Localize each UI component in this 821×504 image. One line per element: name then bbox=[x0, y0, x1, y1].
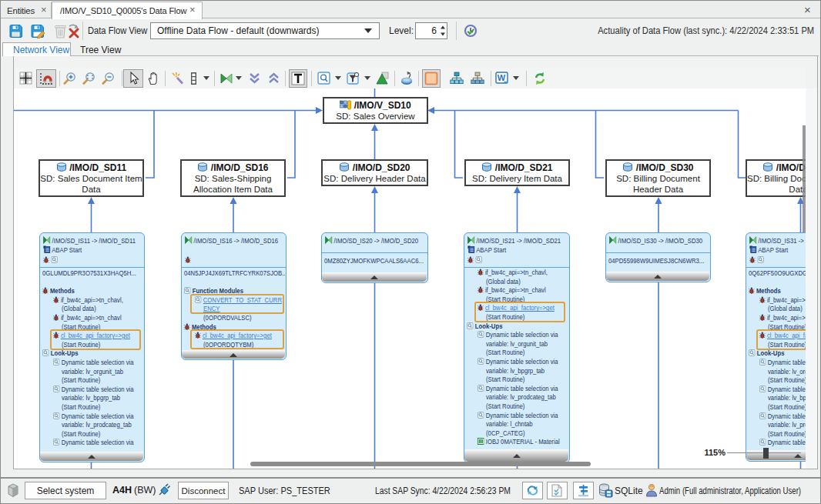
svg-text:W: W bbox=[498, 73, 506, 82]
